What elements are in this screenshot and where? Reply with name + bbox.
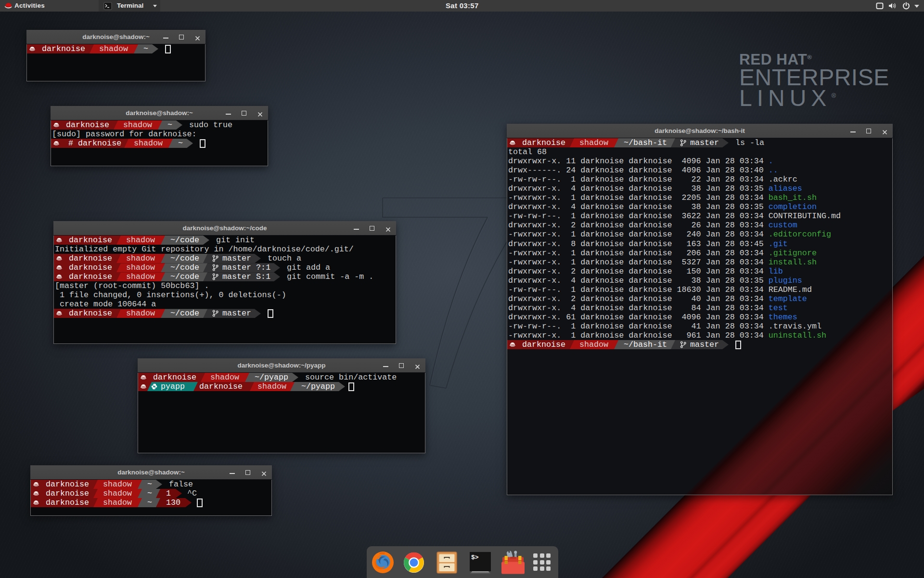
svg-text:$>: $>	[471, 554, 479, 561]
